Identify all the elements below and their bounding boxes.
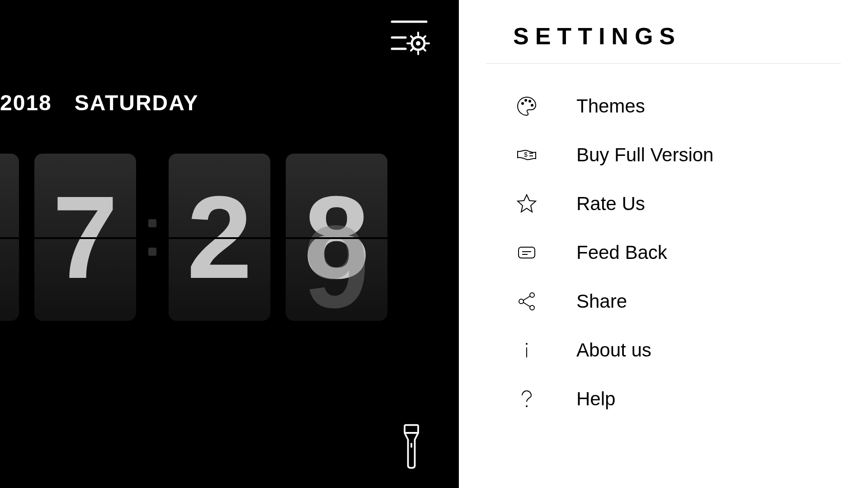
- settings-item-label: Rate Us: [576, 193, 645, 215]
- settings-item-feedback[interactable]: Feed Back: [513, 228, 841, 277]
- svg-line-10: [424, 49, 425, 51]
- settings-item-help[interactable]: Help: [513, 375, 841, 423]
- svg-line-12: [411, 49, 413, 51]
- day-of-week-label: SATURDAY: [75, 90, 199, 115]
- feedback-icon: [513, 239, 540, 266]
- flip-card-min-ones: 8: [286, 154, 387, 321]
- settings-list: Themes $ Buy Full Version Rate Us Feed B…: [513, 82, 841, 423]
- help-icon: [513, 385, 540, 413]
- svg-point-26: [519, 299, 524, 304]
- svg-point-15: [522, 103, 524, 104]
- svg-point-27: [530, 305, 534, 310]
- palette-icon: [513, 93, 540, 120]
- flip-clock: 7 2 8: [0, 154, 395, 321]
- settings-item-label: Help: [576, 388, 615, 410]
- svg-point-17: [529, 100, 531, 102]
- divider: [486, 63, 841, 64]
- settings-title: SETTINGS: [513, 23, 841, 50]
- flip-card-hour-tens: [0, 154, 19, 321]
- digit: 2: [187, 178, 252, 296]
- star-icon: [513, 190, 540, 217]
- svg-point-4: [416, 41, 420, 46]
- svg-line-29: [523, 302, 530, 307]
- svg-point-30: [526, 343, 528, 345]
- settings-item-buy[interactable]: $ Buy Full Version: [513, 131, 841, 179]
- settings-item-share[interactable]: Share: [513, 277, 841, 326]
- money-icon: $: [513, 141, 540, 169]
- digit: 8: [304, 178, 369, 296]
- flashlight-icon: [400, 424, 423, 471]
- settings-item-about[interactable]: About us: [513, 326, 841, 375]
- svg-point-32: [526, 405, 528, 407]
- svg-point-16: [525, 99, 527, 101]
- settings-gear-icon: [387, 17, 432, 60]
- svg-line-9: [424, 36, 425, 38]
- settings-item-label: Themes: [576, 95, 645, 117]
- svg-line-28: [523, 296, 530, 300]
- share-icon: [513, 288, 540, 315]
- date-line: 2018 SATURDAY: [0, 90, 198, 115]
- info-icon: [513, 337, 540, 364]
- settings-item-label: About us: [576, 339, 651, 361]
- svg-rect-22: [519, 247, 535, 258]
- svg-line-11: [411, 36, 413, 38]
- flip-card-hour-ones: 7: [34, 154, 136, 321]
- settings-item-themes[interactable]: Themes: [513, 82, 841, 131]
- settings-panel: SETTINGS Themes $ Buy Full Version Rate …: [459, 0, 868, 488]
- colon-separator: [148, 219, 156, 256]
- clock-panel: 2018 SATURDAY 7 2 8: [0, 0, 459, 488]
- settings-item-rate[interactable]: Rate Us: [513, 179, 841, 228]
- svg-point-18: [531, 104, 533, 106]
- settings-item-label: Share: [576, 291, 627, 312]
- digit: 7: [52, 178, 118, 296]
- settings-item-label: Feed Back: [576, 242, 667, 263]
- svg-point-25: [530, 293, 534, 297]
- settings-item-label: Buy Full Version: [576, 144, 713, 166]
- open-settings-button[interactable]: [387, 18, 432, 59]
- svg-rect-13: [405, 425, 418, 433]
- svg-text:$: $: [524, 151, 528, 158]
- year-label: 2018: [0, 90, 52, 115]
- flip-card-min-tens: 2: [169, 154, 270, 321]
- flashlight-button[interactable]: [400, 425, 423, 470]
